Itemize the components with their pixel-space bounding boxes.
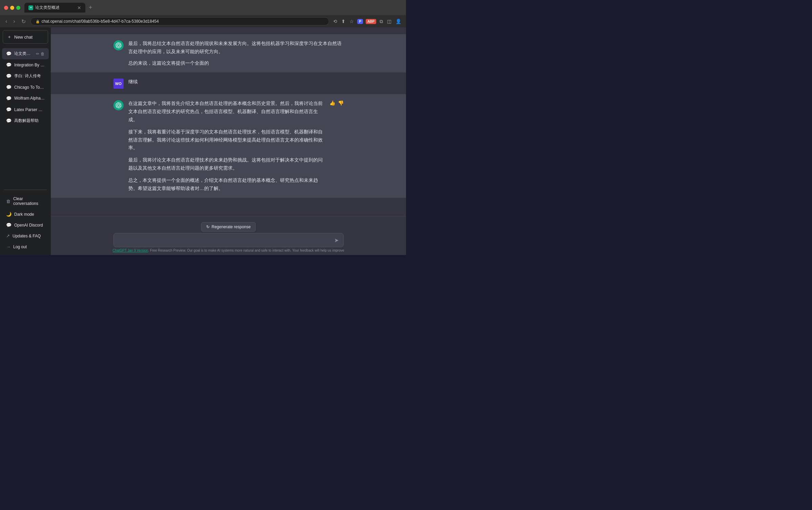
sidebar-item-math[interactable]: 💬 高数解题帮助 bbox=[2, 115, 49, 126]
sidebar-divider bbox=[4, 190, 47, 190]
chat-area: 最后，我将总结文本自然语言处理的现状和未来发展方向。这将包括机器学习和深度学习在… bbox=[51, 27, 406, 255]
clear-conversations-button[interactable]: 🗑 Clear conversations bbox=[2, 194, 49, 209]
sidebar-item-label: Integration By Parts Solved bbox=[14, 63, 45, 67]
tab-favicon: ✦ bbox=[28, 5, 33, 10]
browser-actions: ⟲ ⬆ ☆ P ABP ⧉ ◫ 👤 bbox=[333, 18, 402, 25]
message-content: 在这篇文章中，我将首先介绍文本自然语言处理的基本概念和历史背景。然后，我将讨论当… bbox=[128, 100, 325, 192]
message-text: 总的来说，这篇论文将提供一个全面的 bbox=[128, 59, 344, 67]
message-text: 最后，我将讨论文本自然语言处理技术的未来趋势和挑战。这将包括对于解决本文中提到的… bbox=[128, 156, 325, 172]
chat-icon: 💬 bbox=[6, 118, 12, 123]
translate-icon[interactable]: ⟲ bbox=[333, 18, 338, 25]
title-bar: ✦ 论文类型概述 ✕ + bbox=[0, 0, 406, 15]
sidebar-item-li-bai[interactable]: 💬 李白: 诗人传奇 bbox=[2, 70, 49, 82]
chat-footer: ↻ Regenerate response ➤ ChatGPT Jan 9 Ve… bbox=[51, 216, 406, 255]
active-tab[interactable]: ✦ 论文类型概述 ✕ bbox=[24, 3, 85, 13]
trash-icon: 🗑 bbox=[6, 199, 10, 204]
forward-button[interactable]: › bbox=[12, 18, 16, 25]
new-chat-plus-icon: ＋ bbox=[7, 34, 12, 40]
sidebar-item-lun-wen[interactable]: 💬 论文类型概述 ✏ 🗑 bbox=[2, 48, 49, 59]
message-text: 继续 bbox=[128, 78, 344, 86]
minimize-traffic-light[interactable] bbox=[10, 6, 14, 10]
logout-icon: → bbox=[6, 244, 10, 249]
back-button[interactable]: ‹ bbox=[4, 18, 8, 25]
logout-label: Log out bbox=[13, 245, 27, 249]
split-view-icon[interactable]: ◫ bbox=[386, 18, 392, 25]
sidebar-nav: 💬 论文类型概述 ✏ 🗑 💬 Integration By Parts Solv… bbox=[0, 46, 51, 188]
sidebar-item-wolfram[interactable]: 💬 Wolfram Alpha 科学计算 bbox=[2, 93, 49, 104]
sidebar-item-label: Wolfram Alpha 科学计算 bbox=[14, 95, 45, 101]
chat-input[interactable] bbox=[119, 236, 332, 244]
message-text: 总之，本文将提供一个全面的概述，介绍文本自然语言处理的基本概念、研究热点和未来趋… bbox=[128, 176, 325, 193]
regenerate-icon: ↻ bbox=[206, 225, 210, 229]
message-inner: 最后，我将总结文本自然语言处理的现状和未来发展方向。这将包括机器学习和深度学习在… bbox=[113, 40, 344, 67]
send-button[interactable]: ➤ bbox=[334, 237, 339, 243]
footer-note: ChatGPT Jan 9 Version. Free Research Pre… bbox=[58, 247, 399, 253]
bookmark-icon[interactable]: ☆ bbox=[349, 18, 355, 25]
discord-icon: 💬 bbox=[6, 222, 12, 228]
message-content: 继续 bbox=[128, 78, 344, 89]
extensions-icon[interactable]: ⧉ bbox=[379, 18, 384, 25]
sidebar-item-label: 李白: 诗人传奇 bbox=[14, 73, 45, 79]
url-text: chat.openai.com/chat/08ab536b-b5e8-4d47-… bbox=[42, 19, 159, 24]
lock-icon: 🔒 bbox=[36, 20, 40, 23]
regenerate-bar: ↻ Regenerate response bbox=[58, 220, 399, 233]
chat-icon: 💬 bbox=[6, 107, 12, 112]
discord-label: OpenAI Discord bbox=[14, 223, 43, 228]
chat-icon: 💬 bbox=[6, 85, 12, 90]
close-traffic-light[interactable] bbox=[4, 6, 8, 10]
sidebar-item-label: 高数解题帮助 bbox=[14, 118, 45, 124]
new-chat-button[interactable]: ＋ New chat bbox=[3, 30, 48, 44]
footer-text: . Free Research Preview. Our goal is to … bbox=[148, 249, 344, 252]
tab-bar: ✦ 论文类型概述 ✕ + bbox=[24, 3, 402, 13]
sidebar-item-integration[interactable]: 💬 Integration By Parts Solved bbox=[2, 60, 49, 70]
avatar bbox=[113, 100, 124, 110]
avatar: WO bbox=[113, 79, 124, 89]
thumbs-down-button[interactable]: 👎 bbox=[338, 100, 344, 192]
message-content: 最后，我将总结文本自然语言处理的现状和未来发展方向。这将包括机器学习和深度学习在… bbox=[128, 40, 344, 67]
message-text: 最后，我将总结文本自然语言处理的现状和未来发展方向。这将包括机器学习和深度学习在… bbox=[128, 40, 344, 56]
sidebar-bottom: 🗑 Clear conversations 🌙 Dark mode 💬 Open… bbox=[0, 192, 51, 255]
message-block: 在这篇文章中，我将首先介绍文本自然语言处理的基本概念和历史背景。然后，我将讨论当… bbox=[51, 94, 406, 198]
profile-icon[interactable]: 👤 bbox=[395, 18, 402, 25]
sidebar-item-label: 论文类型概述 bbox=[14, 51, 33, 57]
thumbs-up-button[interactable]: 👍 bbox=[329, 100, 335, 192]
reload-button[interactable]: ↻ bbox=[20, 18, 27, 25]
discord-button[interactable]: 💬 OpenAI Discord bbox=[2, 220, 49, 230]
fullscreen-traffic-light[interactable] bbox=[16, 6, 20, 10]
message-inner: WO 继续 bbox=[113, 78, 344, 89]
chat-icon: 💬 bbox=[6, 62, 12, 67]
external-link-icon: ↗ bbox=[6, 233, 10, 238]
chat-icon: 💬 bbox=[6, 96, 12, 101]
sidebar-item-latex[interactable]: 💬 Latex Parser Rendering bbox=[2, 104, 49, 115]
clear-label: Clear conversations bbox=[13, 196, 45, 206]
edit-icon[interactable]: ✏ bbox=[36, 51, 39, 56]
extension-p-button[interactable]: P bbox=[357, 19, 363, 24]
address-bar: ‹ › ↻ 🔒 chat.openai.com/chat/08ab536b-b5… bbox=[0, 15, 406, 27]
moon-icon: 🌙 bbox=[6, 212, 12, 217]
regenerate-button[interactable]: ↻ Regenerate response bbox=[201, 222, 256, 232]
message-inner: 在这篇文章中，我将首先介绍文本自然语言处理的基本概念和历史背景。然后，我将讨论当… bbox=[113, 100, 344, 192]
chat-icon: 💬 bbox=[6, 73, 12, 79]
traffic-lights bbox=[4, 6, 20, 10]
sidebar: ＋ New chat 💬 论文类型概述 ✏ 🗑 💬 Integration By… bbox=[0, 27, 51, 255]
sidebar-item-chicago[interactable]: 💬 Chicago To Tokyo Distance bbox=[2, 82, 49, 92]
message-actions: 👍 👎 bbox=[329, 100, 344, 192]
tab-close-button[interactable]: ✕ bbox=[77, 5, 81, 10]
new-tab-button[interactable]: + bbox=[87, 4, 94, 11]
message-block: 最后，我将总结文本自然语言处理的现状和未来发展方向。这将包括机器学习和深度学习在… bbox=[51, 34, 406, 72]
browser-chrome: ✦ 论文类型概述 ✕ + ‹ › ↻ 🔒 chat.openai.com/cha… bbox=[0, 0, 406, 27]
share-icon[interactable]: ⬆ bbox=[341, 18, 346, 25]
input-area: ➤ bbox=[113, 233, 344, 247]
extension-abp-button[interactable]: ABP bbox=[366, 19, 376, 24]
sidebar-item-label: Latex Parser Rendering bbox=[14, 107, 45, 112]
new-chat-label: New chat bbox=[14, 35, 33, 40]
footer-version-link[interactable]: ChatGPT Jan 9 Version bbox=[112, 249, 148, 252]
url-bar[interactable]: 🔒 chat.openai.com/chat/08ab536b-b5e8-4d4… bbox=[30, 17, 329, 25]
logout-button[interactable]: → Log out bbox=[2, 241, 49, 252]
faq-button[interactable]: ↗ Updates & FAQ bbox=[2, 231, 49, 241]
message-text: 接下来，我将着重讨论基于深度学习的文本自然语言处理技术，包括语言模型、机器翻译和… bbox=[128, 128, 325, 152]
tab-title: 论文类型概述 bbox=[35, 5, 60, 10]
delete-icon[interactable]: 🗑 bbox=[41, 51, 45, 56]
dark-mode-button[interactable]: 🌙 Dark mode bbox=[2, 209, 49, 219]
dark-mode-label: Dark mode bbox=[14, 212, 34, 217]
